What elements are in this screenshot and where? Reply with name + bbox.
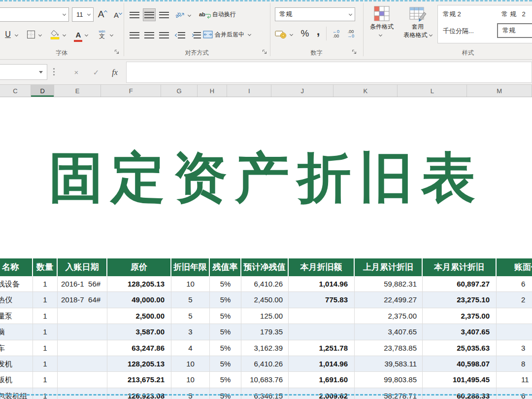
number-dialog-launcher[interactable] xyxy=(351,48,358,55)
conditional-formatting-button[interactable]: 条件格式 xyxy=(366,5,398,37)
cell-entry-date[interactable]: 2016-1 56# xyxy=(58,276,107,292)
cell-residual-rate[interactable]: 5% xyxy=(210,324,241,340)
merge-center-button[interactable]: 合并后居中 xyxy=(203,27,266,42)
header-entry-date[interactable]: 入账日期 xyxy=(58,258,107,276)
increase-decimal-button[interactable]: ←0 .00 xyxy=(329,27,343,41)
cell-prev-accumulated[interactable]: 99,803.85 xyxy=(355,372,423,388)
cell-prev-accumulated[interactable]: 58,278.71 xyxy=(355,388,423,399)
cell-curr-accumulated[interactable]: 3,407.65 xyxy=(423,324,497,340)
font-dialog-launcher[interactable] xyxy=(113,48,120,55)
header-curr-accumulated[interactable]: 本月累计折旧 xyxy=(423,258,497,276)
header-month-depreciation[interactable]: 本月折旧额 xyxy=(289,258,355,276)
cell-years[interactable]: 5 xyxy=(171,388,210,399)
cell-residual-rate[interactable]: 5% xyxy=(210,388,241,399)
cell-curr-accumulated[interactable]: 2,375.00 xyxy=(423,308,497,324)
cell-quantity[interactable]: 1 xyxy=(33,356,58,372)
cell-years[interactable]: 10 xyxy=(171,356,210,372)
cell-net-residual[interactable]: 10,683.76 xyxy=(241,372,289,388)
cell-asset-name[interactable]: 包装机组 xyxy=(0,388,33,399)
style-item-normal2-alt[interactable]: 常规 2 xyxy=(501,10,528,19)
format-as-table-button[interactable]: 套用 表格格式 xyxy=(400,5,435,39)
header-asset-name[interactable]: 名称 xyxy=(0,258,33,276)
cell-book-value[interactable]: 8 xyxy=(497,356,532,372)
column-header-F[interactable]: F xyxy=(101,85,161,97)
cell-month-depreciation[interactable]: 1,014.96 xyxy=(289,356,355,372)
cell-entry-date[interactable] xyxy=(58,356,107,372)
header-net-residual[interactable]: 预计净残值 xyxy=(241,258,289,276)
font-color-button[interactable]: A xyxy=(73,27,84,42)
style-item-normal-selected[interactable]: 常规 xyxy=(497,23,532,38)
decrease-decimal-button[interactable]: .00 →0 xyxy=(344,27,358,41)
cell-book-value[interactable] xyxy=(497,324,532,340)
column-header-G[interactable]: G xyxy=(161,85,197,97)
cell-residual-rate[interactable]: 5% xyxy=(210,276,241,292)
cell-years[interactable]: 5 xyxy=(171,292,210,308)
cell-prev-accumulated[interactable]: 2,375.00 xyxy=(355,308,423,324)
cell-residual-rate[interactable]: 5% xyxy=(210,308,241,324)
header-book-value[interactable]: 账面价值 xyxy=(497,258,532,276)
align-left-button[interactable] xyxy=(128,29,141,41)
cell-curr-accumulated[interactable]: 101,495.45 xyxy=(423,372,497,388)
cell-asset-name[interactable]: 量泵 xyxy=(0,308,33,324)
cell-original-price[interactable]: 128,205.13 xyxy=(107,276,171,292)
cell-month-depreciation[interactable]: 1,691.60 xyxy=(289,372,355,388)
cell-quantity[interactable]: 1 xyxy=(33,324,58,340)
wrap-text-button[interactable]: ab 自动换行 xyxy=(199,7,256,22)
column-header-C[interactable]: C xyxy=(0,85,31,97)
cell-entry-date[interactable] xyxy=(58,388,107,399)
cell-book-value[interactable]: 6 xyxy=(497,388,532,399)
cell-book-value[interactable] xyxy=(497,308,532,324)
cell-asset-name[interactable]: 车 xyxy=(0,340,33,356)
style-item-comma[interactable]: 千位分隔... xyxy=(443,27,474,36)
cell-curr-accumulated[interactable]: 23,275.10 xyxy=(423,292,497,308)
cell-entry-date[interactable] xyxy=(58,340,107,356)
cell-original-price[interactable]: 63,247.86 xyxy=(107,340,171,356)
cell-quantity[interactable]: 1 xyxy=(33,372,58,388)
cell-residual-rate[interactable]: 5% xyxy=(210,292,241,308)
cell-original-price[interactable]: 213,675.21 xyxy=(107,372,171,388)
cell-net-residual[interactable]: 6,410.26 xyxy=(241,276,289,292)
cell-years[interactable]: 3 xyxy=(171,324,210,340)
column-header-D[interactable]: D xyxy=(31,85,54,97)
borders-button[interactable] xyxy=(26,28,36,41)
cell-original-price[interactable]: 126,923.08 xyxy=(107,388,171,399)
cancel-button[interactable]: × xyxy=(69,65,84,79)
comma-style-button[interactable]: , xyxy=(313,24,323,38)
sheet-title[interactable]: 固定资产折旧表 xyxy=(0,142,532,213)
column-header-E[interactable]: E xyxy=(54,85,101,97)
alignment-dialog-launcher[interactable] xyxy=(261,48,268,55)
cell-residual-rate[interactable]: 5% xyxy=(210,340,241,356)
cell-curr-accumulated[interactable]: 25,035.63 xyxy=(423,340,497,356)
sheet-area[interactable]: 固定资产折旧表 名称 数量 入账日期 原价 折旧年限 残值率 预计净残值 本月折… xyxy=(0,97,532,399)
column-header-J[interactable]: J xyxy=(271,85,333,97)
cell-asset-name[interactable]: 线设备 xyxy=(0,276,33,292)
cell-entry-date[interactable] xyxy=(58,324,107,340)
style-item-normal2[interactable]: 常规 2 xyxy=(443,10,461,19)
cell-years[interactable]: 4 xyxy=(171,340,210,356)
cell-net-residual[interactable]: 6,346.15 xyxy=(241,388,289,399)
cell-years[interactable]: 10 xyxy=(171,372,210,388)
header-original-price[interactable]: 原价 xyxy=(107,258,171,276)
cell-book-value[interactable]: 3 xyxy=(497,340,532,356)
cell-entry-date[interactable] xyxy=(58,372,107,388)
cell-prev-accumulated[interactable]: 3,407.65 xyxy=(355,324,423,340)
grow-font-button[interactable]: A xyxy=(96,7,109,22)
cell-curr-accumulated[interactable]: 60,897.27 xyxy=(423,276,497,292)
cell-quantity[interactable]: 1 xyxy=(33,388,58,399)
drag-handle-icon[interactable] xyxy=(53,71,55,73)
name-box[interactable] xyxy=(0,64,47,80)
cell-net-residual[interactable]: 3,162.39 xyxy=(241,340,289,356)
shrink-font-button[interactable]: A xyxy=(111,8,124,22)
cell-quantity[interactable]: 1 xyxy=(33,308,58,324)
cell-asset-name[interactable]: 脑 xyxy=(0,324,33,340)
cell-original-price[interactable]: 2,500.00 xyxy=(107,308,171,324)
align-center-button[interactable] xyxy=(143,29,156,41)
cell-quantity[interactable]: 1 xyxy=(33,292,58,308)
cell-net-residual[interactable]: 125.00 xyxy=(241,308,289,324)
cell-month-depreciation[interactable] xyxy=(289,308,355,324)
header-prev-accumulated[interactable]: 上月累计折旧 xyxy=(355,258,423,276)
cell-entry-date[interactable] xyxy=(58,308,107,324)
cell-quantity[interactable]: 1 xyxy=(33,276,58,292)
increase-indent-button[interactable] xyxy=(189,29,202,41)
insert-function-button[interactable]: fx xyxy=(107,65,122,79)
